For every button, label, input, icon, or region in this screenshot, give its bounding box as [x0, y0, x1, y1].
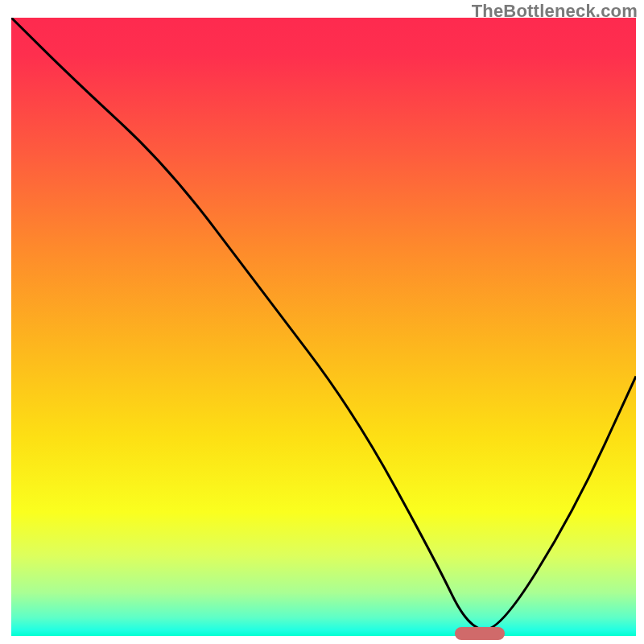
bottleneck-curve	[11, 18, 636, 630]
chart-curve-layer	[11, 18, 636, 636]
optimal-range-marker	[455, 627, 505, 640]
watermark-text: TheBottleneck.com	[472, 1, 638, 22]
